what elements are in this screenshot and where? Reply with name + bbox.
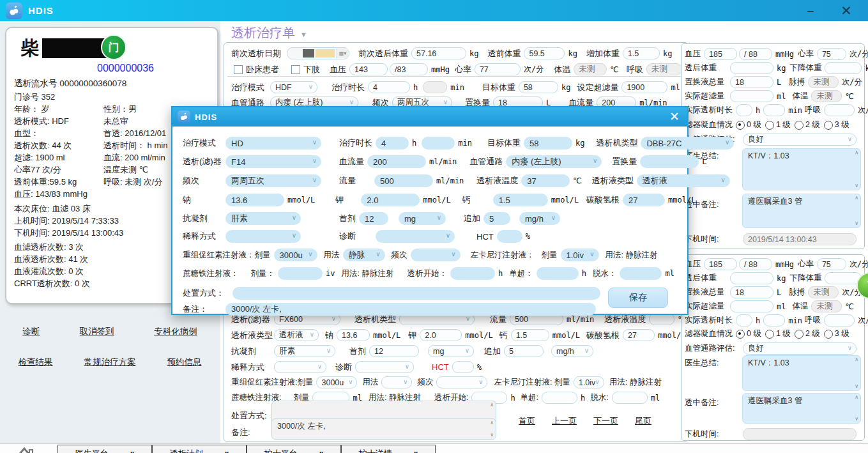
anticoagulant-select[interactable]: 肝素 [225, 212, 301, 225]
hct-input[interactable] [497, 230, 522, 243]
home-icon[interactable] [11, 445, 45, 453]
epo-dose-select[interactable]: 3000u [274, 249, 317, 261]
tab-doctor-platform[interactable]: 医生平台 x [57, 445, 152, 453]
scroll-arrows-icon[interactable]: ∧∨ [855, 150, 858, 188]
tab-dialysis-plan[interactable]: 透析计划 x [152, 445, 247, 453]
access-select[interactable]: 内瘘 (左上肢) [506, 155, 602, 168]
diagnosis-select[interactable] [376, 230, 455, 243]
doctor-summary-textarea[interactable]: KT/V：1.03 ∧∨ [742, 355, 861, 391]
fluid-temp-input[interactable]: 37 [521, 174, 570, 187]
pager-first[interactable]: 首页 [519, 415, 535, 427]
bp-systolic-input[interactable]: 143 [349, 63, 388, 75]
levocarnitine-dose-select[interactable]: 1.0iv [574, 376, 604, 388]
epo-dose-select[interactable]: 3000u [316, 376, 357, 388]
scroll-arrows-icon[interactable]: ∧∨ [490, 420, 494, 438]
hct-input[interactable] [452, 361, 474, 373]
pager-last[interactable]: 尾页 [635, 415, 651, 427]
iron-dose-input[interactable] [278, 267, 323, 280]
link-exam-results[interactable]: 检查结果 [19, 357, 53, 368]
actual-duration-min-input[interactable] [763, 314, 785, 326]
total-displacement-input[interactable]: 18 [730, 286, 773, 298]
epo-usage-select[interactable] [381, 376, 412, 388]
bp-diastolic-input[interactable]: /83 [390, 63, 428, 75]
mode-select[interactable]: HD [225, 137, 321, 150]
pager-next[interactable]: 下一页 [593, 415, 618, 427]
na-input[interactable]: 13.6 [225, 194, 284, 206]
dehydration-input[interactable] [620, 267, 662, 280]
close-icon[interactable]: ✕ [834, 0, 859, 21]
epo-usage-select[interactable]: 静脉 [343, 249, 385, 261]
lower-limb-checkbox[interactable] [291, 65, 300, 74]
bp-sys-input[interactable]: 185 [704, 258, 737, 270]
access-eval-select[interactable]: 良好 [743, 134, 857, 146]
link-diagnosis[interactable]: 诊断 [22, 326, 40, 337]
single-uf-input[interactable] [537, 267, 579, 280]
dilution-select[interactable] [274, 361, 326, 373]
remark-input[interactable]: 3000/次 左卡, [225, 303, 596, 316]
link-cancel-checkin[interactable]: 取消签到 [80, 326, 114, 337]
additional-input[interactable]: 5 [504, 345, 544, 357]
resp-input[interactable]: 未测 [646, 63, 682, 75]
blood-flow-input[interactable]: 200 [367, 155, 426, 168]
end-time-input[interactable] [743, 428, 857, 440]
total-displacement-input[interactable]: 18 [730, 76, 773, 88]
resp-input[interactable] [824, 314, 855, 326]
tab-close-icon[interactable]: x [130, 449, 135, 453]
calendar-picker-icon[interactable]: ▦▾ [337, 49, 348, 58]
grade-2-radio[interactable] [795, 330, 803, 339]
dehydration-input[interactable] [612, 392, 648, 404]
actual-duration-h-input[interactable] [736, 314, 752, 326]
fluid-type-select[interactable]: 透析液 [274, 329, 319, 341]
disposal-input[interactable] [232, 287, 600, 300]
additional-unit-select[interactable]: mg/h [551, 345, 593, 357]
tab-close-icon[interactable]: x [225, 449, 229, 453]
anticoagulant-select[interactable]: 肝素 [274, 345, 335, 357]
scroll-arrows-icon[interactable]: ∧∨ [855, 357, 858, 389]
duration-h-input[interactable]: 4 [368, 81, 410, 93]
duration-h-input[interactable]: 4 [376, 137, 409, 150]
grade-3-radio[interactable] [824, 121, 833, 130]
bp-dia-input[interactable]: / 88 [739, 258, 772, 270]
hco3-input[interactable]: 27 [623, 194, 665, 206]
first-dose-unit-select[interactable]: mg [399, 212, 446, 225]
duration-min-input[interactable] [422, 137, 455, 150]
additional-unit-select[interactable]: mg/h [519, 212, 560, 225]
diagnosis-select[interactable] [355, 361, 414, 373]
set-uf-input[interactable]: 1900 [621, 81, 667, 93]
displacement-input[interactable] [640, 155, 699, 168]
link-routine-plan[interactable]: 常规治疗方案 [84, 357, 136, 368]
mode-select[interactable]: HDF [270, 81, 317, 93]
access-eval-select[interactable]: 良好 [743, 342, 857, 355]
additional-input[interactable]: 5 [483, 212, 510, 225]
dialysis-start-input[interactable] [450, 267, 495, 280]
actual-uf-input[interactable] [730, 300, 773, 312]
prev-dialysis-date-input[interactable]: ▦▾ [287, 47, 349, 59]
first-dose-input[interactable]: 12 [369, 345, 419, 357]
scroll-arrows-icon[interactable]: ∧∨ [855, 196, 858, 226]
na-input[interactable]: 13.6 [337, 329, 370, 341]
epo-freq-select[interactable] [436, 376, 487, 388]
pulse-input[interactable]: 未测 [808, 286, 839, 298]
title-caret-icon[interactable]: ▼ [300, 31, 307, 38]
actual-duration-h-input[interactable] [736, 104, 752, 116]
actual-uf-input[interactable] [730, 90, 773, 102]
tab-close-icon[interactable]: x [414, 449, 418, 453]
hco3-input[interactable]: 27 [623, 329, 655, 341]
ca-input[interactable]: 1.5 [511, 329, 549, 341]
hr-input[interactable]: 77 [475, 63, 521, 75]
tab-nurse-detail[interactable]: 护士详情 x [341, 445, 436, 453]
mid-remark-textarea[interactable]: 遵医嘱采血3 管 ∧∨ [742, 393, 861, 424]
flow-input[interactable]: 500 [374, 174, 433, 187]
target-weight-input[interactable]: 58 [519, 81, 558, 93]
doctor-summary-textarea[interactable]: KT/V：1.03 ∧∨ [742, 148, 861, 190]
dialyzer-select[interactable]: F14 [225, 155, 321, 168]
grade-1-radio[interactable] [765, 121, 774, 130]
resp-input[interactable] [824, 104, 855, 116]
link-specialized-case[interactable]: 专科化病例 [154, 326, 197, 337]
epo-freq-select[interactable] [411, 249, 461, 261]
temp-input[interactable]: 未测 [811, 90, 842, 102]
grade-0-radio[interactable] [736, 121, 745, 130]
dialog-close-icon[interactable]: ✕ [669, 109, 680, 124]
pre-weight-input[interactable]: 59.5 [524, 47, 565, 59]
save-button[interactable]: 保存 [608, 288, 668, 308]
